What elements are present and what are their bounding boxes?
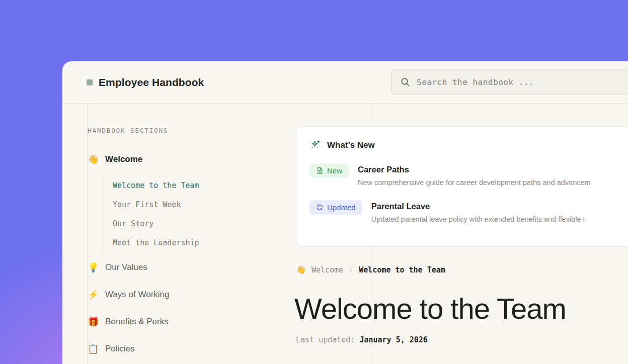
news-text: Parental Leave Updated parental leave po… — [371, 200, 586, 223]
new-badge: New — [309, 163, 349, 178]
clipboard-icon: 📋 — [88, 343, 99, 354]
app-logo: Employee Handbook — [87, 61, 204, 104]
waving-hand-icon: 👋 — [296, 265, 306, 275]
app-window: Employee Handbook Search the handbook ..… — [62, 61, 628, 364]
app-title: Employee Handbook — [99, 76, 204, 88]
waving-hand-icon: 👋 — [88, 154, 99, 165]
news-description: Updated parental leave policy with exten… — [371, 215, 586, 223]
news-description: New comprehensive guide for career devel… — [358, 178, 591, 187]
sidebar-subitem-our-story[interactable]: Our Story — [113, 214, 199, 233]
search-input[interactable]: Search the handbook ... — [391, 69, 628, 95]
sidebar-item-label: Our Values — [105, 262, 147, 272]
last-updated: Last updated: January 5, 2026 — [296, 335, 428, 344]
sidebar-item-label: Ways of Working — [105, 290, 170, 300]
sidebar-item-label: Welcome — [105, 154, 142, 164]
welcome-subsection-list: Welcome to the Team Your First Week Our … — [104, 175, 199, 253]
news-item-career-paths[interactable]: New Career Paths New comprehensive guide… — [309, 163, 628, 187]
news-item-parental-leave[interactable]: Updated Parental Leave Updated parental … — [309, 200, 628, 223]
sidebar-subitem-your-first-week[interactable]: Your First Week — [113, 195, 199, 214]
breadcrumb-separator: / — [349, 265, 353, 275]
sidebar-item-benefits-perks[interactable]: 🎁 Benefits & Perks — [88, 316, 169, 327]
last-updated-value: January 5, 2026 — [359, 335, 427, 344]
file-text-icon — [316, 167, 324, 174]
sidebar-item-label: Benefits & Perks — [105, 317, 169, 327]
light-bulb-icon: 💡 — [88, 262, 99, 273]
updated-badge: Updated — [309, 200, 362, 215]
breadcrumb-current: Welcome to the Team — [359, 265, 445, 275]
breadcrumb: 👋 Welcome / Welcome to the Team — [296, 265, 445, 275]
news-title: Parental Leave — [371, 202, 586, 211]
sidebar: HANDBOOK SECTIONS 👋 Welcome Welcome to t… — [87, 104, 298, 364]
gift-icon: 🎁 — [88, 316, 99, 327]
sidebar-item-label: Policies — [105, 344, 135, 354]
sidebar-subitem-welcome-to-the-team[interactable]: Welcome to the Team — [113, 176, 199, 195]
sidebar-item-our-values[interactable]: 💡 Our Values — [88, 262, 147, 273]
whats-new-card: What’s New New Career Paths New comprehe… — [296, 126, 628, 246]
news-title: Career Paths — [358, 165, 591, 174]
sidebar-item-ways-of-working[interactable]: ⚡ Ways of Working — [88, 289, 170, 300]
last-updated-label: Last updated: — [296, 335, 355, 344]
whats-new-header: What’s New — [309, 139, 628, 151]
sidebar-subitem-meet-the-leadership[interactable]: Meet the Leadership — [113, 233, 199, 252]
page-title: Welcome to the Team — [294, 292, 566, 325]
lightning-icon: ⚡ — [88, 289, 99, 300]
badge-label: Updated — [327, 203, 356, 212]
breadcrumb-section[interactable]: Welcome — [311, 265, 343, 275]
search-icon — [401, 77, 410, 87]
refresh-icon — [316, 204, 324, 211]
logo-square-icon — [87, 79, 93, 85]
whats-new-title: What’s New — [327, 140, 375, 150]
sidebar-item-welcome[interactable]: 👋 Welcome — [88, 154, 142, 165]
news-text: Career Paths New comprehensive guide for… — [358, 163, 591, 187]
sidebar-heading: HANDBOOK SECTIONS — [88, 127, 168, 134]
badge-label: New — [327, 166, 342, 175]
sparkles-icon — [309, 139, 321, 151]
sidebar-item-policies[interactable]: 📋 Policies — [88, 343, 135, 354]
main-content: What’s New New Career Paths New comprehe… — [296, 104, 628, 364]
header: Employee Handbook Search the handbook ..… — [62, 61, 628, 104]
search-placeholder: Search the handbook ... — [417, 77, 534, 87]
